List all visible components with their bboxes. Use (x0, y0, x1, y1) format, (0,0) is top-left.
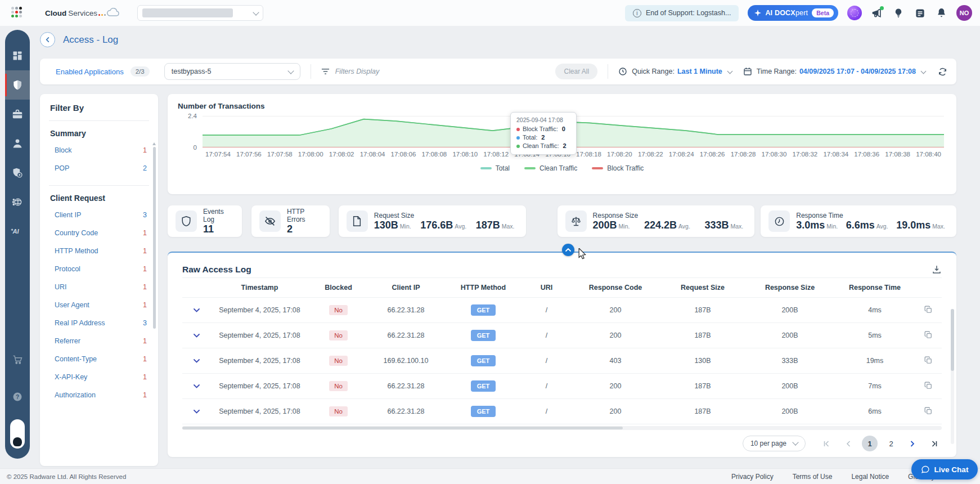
filter-item[interactable]: Real IP Address 3 (50, 314, 148, 332)
copy-icon[interactable] (924, 356, 932, 364)
stat-value: 19.0msMax. (896, 219, 945, 231)
live-chat-button[interactable]: Live Chat (911, 459, 978, 479)
sidebar-item-accounts[interactable] (5, 129, 30, 158)
brand-cloud-services[interactable]: Cloud Services (45, 8, 120, 18)
divider (311, 64, 311, 79)
download-icon[interactable] (932, 265, 942, 275)
vertical-scrollbar[interactable] (951, 309, 954, 444)
tooltip-row: Clean Traffic: 2 (516, 142, 570, 150)
filter-item-label: HTTP Method (55, 247, 98, 255)
legend-swatch (524, 167, 536, 169)
blocked-badge: No (329, 330, 348, 340)
collapse-panel-button[interactable] (562, 244, 574, 256)
next-page-button[interactable] (905, 436, 920, 451)
filter-item[interactable]: Client IP 3 (50, 206, 148, 224)
stat-label: Request Size (374, 212, 518, 219)
filter-item[interactable]: Authorization 1 (50, 386, 148, 404)
per-page-select[interactable]: 10 per page (743, 436, 806, 451)
clear-all-button[interactable]: Clear All (555, 64, 597, 79)
cell-uri: / (523, 382, 570, 390)
expand-row-icon[interactable] (194, 359, 200, 363)
application-select[interactable]: testbypass-5 (164, 63, 300, 80)
sidebar-item-help[interactable]: ? (10, 382, 25, 411)
ai-assistant-icon[interactable] (847, 6, 862, 20)
footer-link[interactable]: Privacy Policy (731, 473, 774, 481)
scrollbar-thumb[interactable] (153, 147, 156, 329)
scroll-up-arrow[interactable] (152, 142, 156, 145)
filter-item[interactable]: HTTP Method 1 (50, 242, 148, 260)
footer-link[interactable]: Legal Notice (851, 473, 889, 481)
loading-dropdown[interactable] (137, 5, 263, 21)
expand-row-icon[interactable] (194, 384, 200, 388)
end-of-support-banner[interactable]: i End of Support: Logstash... (625, 5, 739, 21)
copy-icon[interactable] (924, 331, 932, 339)
refresh-icon[interactable] (938, 67, 947, 77)
filter-panel-scrollbar[interactable] (152, 142, 156, 456)
enabled-applications-link[interactable]: Enabled Applications (56, 68, 124, 76)
back-button[interactable] (40, 32, 55, 47)
ai-docxpert-button[interactable]: AI DOCXpert Beta (748, 5, 838, 21)
chevron-down-icon (792, 439, 798, 445)
time-range-value[interactable]: 04/09/2025 17:07 - 04/09/2025 17:08 (799, 68, 916, 75)
x-axis-tick: 17:07:56 (233, 151, 264, 158)
expand-row-icon[interactable] (194, 410, 200, 414)
series-dot-icon (516, 128, 520, 131)
copy-icon[interactable] (924, 407, 932, 415)
filter-item[interactable]: POP 2 (50, 159, 148, 177)
horizontal-scrollbar[interactable] (182, 426, 942, 430)
filter-item[interactable]: X-API-Key 1 (50, 368, 148, 386)
filter-item[interactable]: User Agent 1 (50, 296, 148, 314)
sidebar-item-intelligence[interactable] (5, 187, 30, 217)
cell-response-time: 6ms (835, 407, 915, 415)
last-page-button[interactable] (926, 436, 942, 451)
copy-icon[interactable] (924, 306, 932, 313)
prev-page-button[interactable] (840, 436, 856, 451)
radware-logo[interactable] (11, 7, 24, 19)
notes-icon[interactable] (914, 7, 926, 19)
filters-display-placeholder[interactable]: Filters Display (335, 68, 380, 75)
sidebar-item-dashboard[interactable] (5, 41, 30, 70)
lightbulb-icon[interactable] (892, 7, 905, 19)
user-avatar[interactable]: NO (956, 5, 972, 21)
filter-item[interactable]: Protocol 1 (50, 260, 148, 278)
table-row: September 4, 2025, 17:08 No 66.22.31.28 … (182, 374, 942, 399)
copy-icon[interactable] (924, 382, 932, 389)
x-axis-tick: 17:08:38 (882, 151, 913, 158)
filter-item[interactable]: URI 1 (50, 278, 148, 296)
filter-item[interactable]: Referrer 1 (50, 332, 148, 350)
skeleton-bar (142, 8, 233, 17)
announcements-icon[interactable] (871, 7, 883, 19)
page-2-button[interactable]: 2 (883, 436, 899, 451)
expand-row-icon[interactable] (194, 334, 200, 338)
clock-icon (618, 67, 627, 76)
sidebar-item-ai[interactable]: AI (5, 217, 30, 246)
sidebar-bottom-widget[interactable] (10, 419, 25, 449)
chevron-down-icon[interactable] (727, 68, 732, 74)
chevron-down-icon[interactable] (921, 68, 927, 74)
expand-row-icon[interactable] (194, 308, 200, 312)
filter-item[interactable]: Country Code 1 (50, 224, 148, 242)
filter-item[interactable]: Content-Type 1 (50, 350, 148, 368)
first-page-button[interactable] (819, 436, 835, 451)
page-1-button[interactable]: 1 (862, 436, 878, 451)
col-response-code: Response Code (570, 284, 660, 292)
legend-label: Total (496, 164, 510, 172)
legend-item[interactable]: Clean Traffic (524, 164, 577, 172)
quick-range-value[interactable]: Last 1 Minute (677, 68, 722, 75)
sidebar-item-marketplace[interactable] (10, 345, 25, 374)
stat-card-events-log: Events Log 11 (168, 205, 242, 237)
cell-response-time: 19ms (835, 357, 915, 365)
footer-link[interactable]: Terms of Use (793, 473, 833, 481)
notification-dot (880, 6, 884, 10)
scrollbar-thumb[interactable] (951, 309, 954, 371)
filter-panel: Filter By Summary Block 1 POP 2 Client R… (40, 94, 158, 466)
filter-item[interactable]: Block 1 (50, 141, 148, 159)
sidebar-item-services[interactable] (5, 100, 30, 129)
sidebar-item-protection[interactable] (5, 158, 30, 187)
sidebar-item-security-active[interactable] (5, 70, 30, 100)
notifications-bell-icon[interactable] (935, 7, 947, 19)
legend-item[interactable]: Total (480, 164, 510, 172)
x-axis-tick: 17:08:18 (573, 151, 604, 158)
legend-item[interactable]: Block Traffic (592, 164, 644, 172)
scrollbar-thumb[interactable] (182, 427, 623, 429)
